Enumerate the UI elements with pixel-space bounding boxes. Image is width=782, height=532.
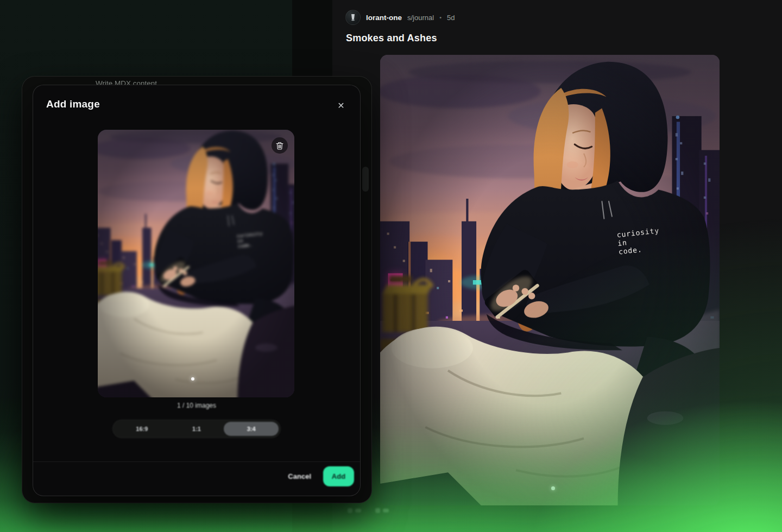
- post-actions: [348, 508, 389, 513]
- post-username[interactable]: lorant-one: [366, 14, 402, 22]
- image-counter: 1 / 10 images: [33, 402, 360, 409]
- editor-scrollbar-thumb[interactable]: [362, 167, 369, 192]
- add-button[interactable]: Add: [323, 466, 354, 486]
- avatar[interactable]: [345, 10, 361, 25]
- post-header: lorant-one s/journal • 5d: [345, 10, 455, 25]
- ratio-3-4-button[interactable]: 3:4: [224, 422, 279, 436]
- comment-icon: [375, 508, 380, 513]
- post-title[interactable]: Smokes and Ashes: [346, 33, 437, 44]
- modal-title: Add image: [46, 98, 100, 110]
- avatar-figure-icon: [350, 14, 356, 21]
- upvote-icon: [348, 508, 352, 513]
- cyberpunk-portrait-scene: curiosity in code.: [380, 55, 720, 505]
- post-community[interactable]: s/journal: [407, 14, 434, 22]
- post-time: 5d: [447, 14, 455, 22]
- modal-footer: Cancel Add: [288, 466, 354, 486]
- ratio-16-9-button[interactable]: 16:9: [115, 422, 169, 436]
- upvote-count: [355, 509, 361, 512]
- carousel-dot[interactable]: [191, 377, 194, 381]
- ratio-1-1-button[interactable]: 1:1: [169, 422, 224, 436]
- comment-count: [383, 509, 389, 512]
- post-image[interactable]: curiosity in code.: [380, 55, 720, 505]
- meta-separator: •: [439, 14, 442, 21]
- trash-icon: [276, 142, 283, 150]
- image-preview: curiosity in code.: [98, 130, 294, 397]
- comment-button[interactable]: [375, 508, 389, 513]
- preview-photo: curiosity in code.: [98, 130, 294, 397]
- cancel-button[interactable]: Cancel: [288, 472, 311, 480]
- delete-image-button[interactable]: [272, 137, 288, 154]
- carousel-dot[interactable]: [551, 486, 555, 490]
- upvote-button[interactable]: [348, 508, 361, 513]
- footer-divider: [33, 461, 360, 462]
- add-image-modal: Add image ✕: [33, 85, 361, 496]
- close-icon[interactable]: ✕: [335, 99, 347, 111]
- app-screen: lorant-one s/journal • 5d Smokes and Ash…: [0, 0, 782, 532]
- post-photo: curiosity in code.: [380, 55, 720, 505]
- cyberpunk-portrait-scene: curiosity in code.: [98, 130, 294, 397]
- aspect-ratio-group: 16:9 1:1 3:4: [112, 420, 281, 438]
